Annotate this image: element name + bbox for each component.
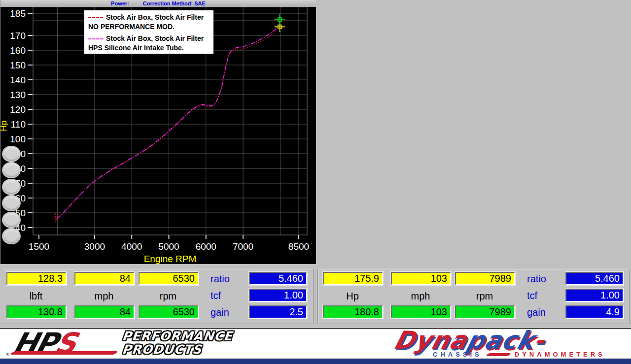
tcf-label: tcf [527, 290, 562, 301]
svg-text:Engine RPM: Engine RPM [144, 254, 197, 264]
svg-text:110: 110 [11, 119, 26, 130]
baseline-speed-value: 84 [74, 272, 135, 285]
dynapack-logo-text: Dynapack- [391, 329, 629, 352]
svg-text:1500: 1500 [29, 241, 49, 252]
channel-button-gray-4[interactable] [2, 195, 21, 211]
modified-rpm-value: 6530 [139, 305, 199, 319]
modified-rpm-value: 7989 [455, 305, 515, 319]
svg-text:130: 130 [10, 90, 26, 100]
hps-logo: HPS ® [14, 330, 117, 357]
dynapack-swoosh [486, 353, 511, 356]
baseline-rpm-value: 6530 [139, 272, 199, 285]
power-header-title: Power: [111, 0, 129, 6]
svg-text:150: 150 [10, 60, 26, 70]
ratio-field[interactable]: 5.460 [565, 272, 624, 285]
ratio-field[interactable]: 5.460 [249, 272, 307, 285]
tcf-label: tcf [210, 290, 246, 301]
ratio-label: ratio [210, 273, 246, 285]
baseline-speed-value: 103 [391, 272, 451, 285]
gain-label: gain [210, 306, 246, 318]
speed-unit-label: mph [74, 290, 134, 302]
legend-hps-line1: Stock Air Box, Stock Air Filter [106, 34, 204, 42]
legend-entry-stock: Stock Air Box, Stock Air Filter NO PERFO… [88, 13, 210, 32]
rpm-unit-label: rpm [139, 290, 198, 302]
hps-performance-text: PERFORMANCE [122, 330, 234, 343]
channel-button-gray-6[interactable] [2, 228, 21, 244]
svg-text:120: 120 [10, 104, 26, 115]
modified-power-value: 180.8 [323, 305, 383, 319]
legend-stock-line2: NO PERFORMANCE MOD. [88, 23, 175, 31]
dynapack-dynamometers: DYNAMOMETERS [515, 351, 605, 358]
legend-hps-line2: HPS Silicone Air Intake Tube. [88, 44, 184, 52]
baseline-rpm-value: 7989 [455, 272, 515, 285]
baseline-torque-value: 128.3 [6, 272, 67, 285]
hps-dash-swatch [88, 38, 103, 39]
power-header-corr: Correction Method: SAE [143, 0, 206, 6]
modified-torque-value: 130.8 [6, 305, 67, 319]
tcf-field[interactable]: 1.00 [249, 289, 307, 302]
channel-button-gray-1[interactable] [2, 146, 21, 162]
gain-label: gain [527, 306, 562, 318]
svg-text:4000: 4000 [121, 241, 142, 252]
svg-text:7000: 7000 [233, 241, 253, 252]
hps-products-text: PRODUCTS [122, 343, 234, 356]
power-readout-panel: 175.9 103 7989 Hp mph rpm 180.8 103 7989… [317, 269, 630, 324]
svg-text:140: 140 [10, 75, 26, 85]
svg-text:100: 100 [10, 134, 26, 144]
svg-text:8500: 8500 [288, 241, 309, 252]
stock-dash-swatch [88, 17, 103, 18]
channel-button-gray-5[interactable] [2, 212, 21, 228]
hps-logo-text: PERFORMANCE PRODUCTS [122, 330, 233, 356]
svg-text:185: 185 [10, 8, 26, 19]
registered-mark: ® [6, 352, 9, 357]
hps-swoosh [10, 351, 118, 355]
torque-readout-panel: 128.3 84 6530 lbft mph rpm 130.8 84 6530… [1, 269, 314, 324]
modified-speed-value: 84 [74, 305, 135, 319]
torque-unit-label: lbft [6, 290, 66, 302]
power-header: Power:Correction Method: SAE [0, 0, 316, 7]
legend-entry-hps: Stock Air Box, Stock Air Filter HPS Sili… [88, 34, 210, 53]
gain-field[interactable]: 2.5 [249, 305, 307, 319]
gain-field[interactable]: 4.9 [565, 305, 624, 319]
speed-unit-label: mph [391, 290, 450, 302]
svg-text:170: 170 [10, 31, 26, 41]
svg-text:Hp: Hp [0, 121, 8, 132]
svg-text:5000: 5000 [158, 241, 179, 252]
chart-legend: Stock Air Box, Stock Air Filter NO PERFO… [84, 10, 214, 54]
baseline-power-value: 175.9 [323, 272, 383, 285]
power-unit-label: Hp [323, 290, 382, 302]
tcf-field[interactable]: 1.00 [565, 289, 624, 302]
dynapack-chassis: CHASSIS [433, 351, 482, 358]
ratio-label: ratio [527, 273, 562, 285]
rpm-unit-label: rpm [455, 290, 514, 302]
legend-stock-line1: Stock Air Box, Stock Air Filter [106, 13, 204, 21]
svg-text:3000: 3000 [84, 241, 105, 252]
modified-speed-value: 103 [391, 305, 451, 319]
svg-text:6000: 6000 [196, 241, 216, 252]
dynapack-logo: Dynapack- CHASSISDYNAMOMETERS [394, 329, 626, 358]
channel-button-gray-3[interactable] [2, 179, 21, 195]
peak-marker [275, 14, 285, 25]
footer-bar [0, 359, 631, 364]
svg-text:160: 160 [10, 45, 26, 56]
dynapack-subtitle: CHASSISDYNAMOMETERS [433, 351, 605, 358]
